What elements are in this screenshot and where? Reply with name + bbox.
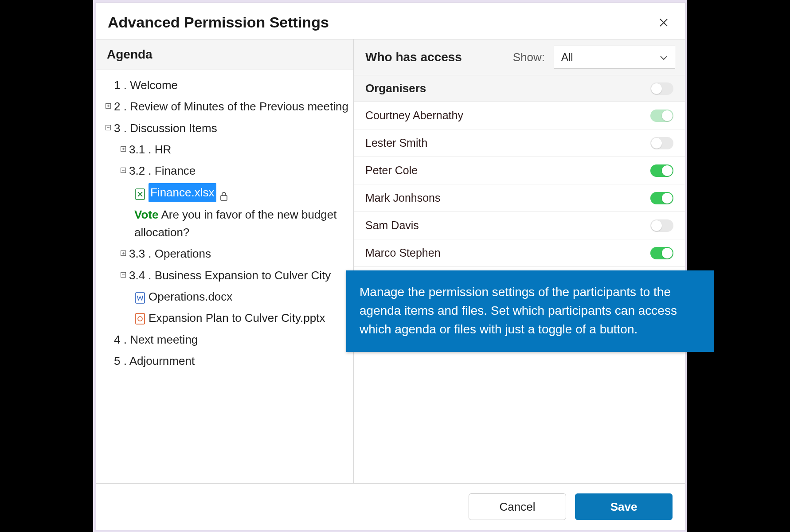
expand-icon[interactable]	[119, 248, 127, 259]
access-user-row[interactable]: Marco Stephen	[354, 239, 685, 267]
agenda-label: 3 . Discussion Items	[114, 119, 349, 137]
access-user-row[interactable]: Peter Cole	[354, 157, 685, 184]
agenda-label: 1 . Welcome	[114, 76, 349, 94]
close-button[interactable]	[657, 16, 670, 29]
agenda-pane: Agenda 1 . Welcome 2 . Review of Minutes…	[96, 39, 354, 483]
user-name: Lester Smith	[365, 137, 427, 149]
collapse-icon[interactable]	[119, 270, 127, 281]
agenda-item-discussion[interactable]: 3 . Discussion Items	[104, 117, 349, 139]
agenda-item-hr[interactable]: 3.1 . HR	[104, 139, 349, 160]
access-user-row[interactable]: Lester Smith	[354, 129, 685, 157]
help-callout: Manage the permission settings of the pa…	[346, 270, 714, 352]
group-toggle[interactable]	[650, 82, 673, 95]
agenda-label: 3.3 . Operations	[129, 245, 349, 262]
agenda-file-expansion-pptx[interactable]: Expansion Plan to Culver City.pptx	[104, 307, 349, 329]
callout-text: Manage the permission settings of the pa…	[360, 285, 677, 336]
access-pane: Who has access Show: All Organisers Cou	[354, 39, 685, 483]
file-label: Expansion Plan to Culver City.pptx	[149, 309, 325, 327]
button-label: Cancel	[500, 500, 536, 514]
user-name: Sam Davis	[365, 219, 419, 232]
agenda-label: 3.2 . Finance	[129, 162, 349, 180]
access-title: Who has access	[365, 50, 507, 64]
modal-body: Agenda 1 . Welcome 2 . Review of Minutes…	[96, 39, 685, 484]
svg-rect-20	[136, 313, 145, 324]
agenda-file-operations-docx[interactable]: Operations.docx	[104, 286, 349, 307]
agenda-file-finance-xlsx[interactable]: Finance.xlsx	[104, 181, 349, 203]
excel-file-icon	[135, 187, 145, 199]
agenda-tree[interactable]: 1 . Welcome 2 . Review of Minutes of the…	[96, 70, 353, 483]
cancel-button[interactable]: Cancel	[469, 493, 566, 520]
collapse-icon[interactable]	[119, 165, 127, 176]
access-group-organisers[interactable]: Organisers	[354, 75, 685, 102]
expand-icon[interactable]	[104, 101, 112, 112]
access-user-row[interactable]: Mark Jonhsons	[354, 184, 685, 212]
svg-rect-19	[136, 293, 145, 303]
vote-question: Are you in favor of the new budget alloc…	[134, 208, 336, 239]
agenda-item-minutes[interactable]: 2 . Review of Minutes of the Previous me…	[104, 96, 349, 117]
modal-title: Advanced Permission Settings	[108, 14, 329, 31]
agenda-item-welcome[interactable]: 1 . Welcome	[104, 74, 349, 96]
agenda-label: 4 . Next meeting	[114, 331, 349, 348]
filter-label: Show:	[513, 51, 545, 64]
file-label: Operations.docx	[149, 288, 232, 305]
powerpoint-file-icon	[135, 312, 145, 323]
agenda-label: 5 . Adjournment	[114, 352, 349, 370]
group-label: Organisers	[365, 82, 426, 95]
agenda-label: 2 . Review of Minutes of the Previous me…	[114, 98, 349, 115]
button-label: Save	[610, 500, 637, 514]
agenda-label: 3.4 . Business Expansion to Culver City	[129, 266, 349, 284]
access-toggle[interactable]	[650, 110, 673, 122]
svg-rect-13	[221, 196, 227, 200]
file-label-selected: Finance.xlsx	[149, 183, 216, 202]
agenda-item-expansion[interactable]: 3.4 . Business Expansion to Culver City	[104, 265, 349, 286]
word-file-icon	[135, 291, 145, 302]
access-filter-select[interactable]: All	[554, 46, 675, 69]
access-header: Who has access Show: All	[354, 39, 685, 75]
agenda-item-finance[interactable]: 3.2 . Finance	[104, 160, 349, 181]
agenda-item-operations[interactable]: 3.3 . Operations	[104, 243, 349, 264]
user-name: Marco Stephen	[365, 246, 441, 259]
chevron-down-icon	[660, 51, 668, 63]
agenda-vote-budget[interactable]: VoteAre you in favor of the new budget a…	[104, 204, 349, 243]
expand-icon[interactable]	[119, 144, 127, 155]
permissions-modal: Advanced Permission Settings Agenda 1 . …	[96, 3, 685, 530]
access-toggle[interactable]	[650, 192, 673, 204]
access-toggle[interactable]	[650, 219, 673, 232]
access-toggle[interactable]	[650, 247, 673, 259]
agenda-item-adjournment[interactable]: 5 . Adjournment	[104, 350, 349, 372]
agenda-label: 3.1 . HR	[129, 141, 349, 158]
access-toggle[interactable]	[650, 137, 673, 149]
filter-value: All	[561, 51, 573, 63]
modal-header: Advanced Permission Settings	[96, 3, 685, 39]
user-name: Mark Jonhsons	[365, 192, 441, 204]
agenda-item-next-meeting[interactable]: 4 . Next meeting	[104, 329, 349, 350]
agenda-header: Agenda	[96, 39, 353, 70]
lock-icon	[220, 188, 229, 198]
modal-footer: Cancel Save	[96, 484, 685, 530]
collapse-icon[interactable]	[104, 123, 112, 134]
access-user-row[interactable]: Sam Davis	[354, 212, 685, 239]
user-name: Peter Cole	[365, 164, 418, 177]
app-stage: Advanced Permission Settings Agenda 1 . …	[93, 0, 687, 532]
save-button[interactable]: Save	[575, 493, 673, 520]
close-icon	[659, 18, 669, 27]
access-toggle[interactable]	[650, 164, 673, 177]
vote-text: VoteAre you in favor of the new budget a…	[134, 206, 349, 242]
vote-prefix: Vote	[134, 208, 158, 221]
access-user-row[interactable]: Courtney Abernathy	[354, 102, 685, 129]
user-name: Courtney Abernathy	[365, 109, 463, 122]
